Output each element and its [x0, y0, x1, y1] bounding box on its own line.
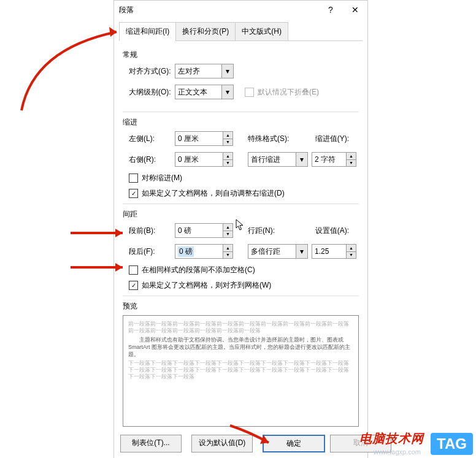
- mirror-indent-label: 对称缩进(M): [142, 173, 182, 183]
- chevron-up-icon[interactable]: ▲: [347, 153, 356, 160]
- before-spinner[interactable]: 0 磅 ▲ ▼: [175, 223, 233, 238]
- dialog-title: 段落: [119, 5, 318, 15]
- linespacing-dropdown[interactable]: 多倍行距 ▾: [248, 244, 308, 259]
- indent-left-label: 左侧(L):: [129, 134, 175, 144]
- titlebar: 段落 ? ✕: [114, 1, 367, 19]
- indent-right-label: 右侧(R):: [129, 155, 175, 165]
- spinner-icon: ▲ ▼: [346, 153, 356, 166]
- chevron-down-icon: ▾: [221, 85, 233, 99]
- after-label: 段后(F):: [129, 246, 175, 257]
- ok-button[interactable]: 确定: [263, 435, 325, 452]
- brand-url: www.tagxp.com: [374, 448, 421, 456]
- dropdown-value: 左对齐: [178, 66, 200, 77]
- button-label: 设为默认值(D): [199, 438, 246, 447]
- indent-right-spinner[interactable]: 0 厘米 ▲ ▼: [175, 152, 233, 167]
- divider: [123, 296, 359, 296]
- indent-left-spinner[interactable]: 0 厘米 ▲ ▼: [175, 131, 233, 146]
- chevron-up-icon[interactable]: ▲: [223, 224, 232, 231]
- preview-body-text: 主题和样式也有助于文档保持协调。当您单击设计并选择新的主题时，图片、图表或 Sm…: [128, 336, 353, 358]
- alignment-dropdown[interactable]: 左对齐 ▾: [175, 64, 234, 78]
- section-indent-heading: 缩进: [123, 117, 359, 128]
- spinner-icon: ▲ ▼: [346, 245, 356, 258]
- spinner-icon: ▲ ▼: [223, 153, 232, 166]
- before-label: 段前(B):: [129, 226, 175, 236]
- indent-by-spinner[interactable]: 2 字符 ▲ ▼: [312, 152, 356, 167]
- section-preview-heading: 预览: [123, 301, 359, 311]
- chevron-up-icon[interactable]: ▲: [347, 245, 356, 252]
- chevron-down-icon[interactable]: ▼: [347, 252, 356, 259]
- close-button[interactable]: ✕: [343, 1, 367, 19]
- collapsed-checkbox: [245, 88, 254, 97]
- chevron-down-icon[interactable]: ▼: [223, 139, 232, 146]
- auto-adjust-checkbox[interactable]: ✓: [129, 189, 138, 198]
- chevron-down-icon[interactable]: ▼: [223, 160, 232, 167]
- brand-watermark: 电脑技术网: [359, 430, 424, 447]
- linespacing-label: 行距(N):: [248, 226, 309, 236]
- spinner-value: 0 厘米: [178, 134, 199, 144]
- collapsed-label: 默认情况下折叠(E): [258, 87, 319, 97]
- spinner-icon: ▲ ▼: [223, 245, 232, 258]
- snap-grid-checkbox[interactable]: ✓: [129, 281, 138, 290]
- set-default-button[interactable]: 设为默认值(D): [191, 435, 253, 452]
- divider: [123, 112, 359, 112]
- chevron-up-icon[interactable]: ▲: [223, 153, 232, 160]
- dialog-body: 常规 对齐方式(G): 左对齐 ▾ 大纲级别(O): 正文文本 ▾ 默认情况下折…: [114, 41, 367, 433]
- button-label: 确定: [286, 439, 301, 448]
- special-label: 特殊格式(S):: [248, 134, 309, 144]
- at-spinner[interactable]: 1.25 ▲ ▼: [312, 244, 356, 259]
- spinner-value: 0 磅: [178, 246, 194, 257]
- button-label: 制表位(T)...: [132, 438, 169, 447]
- preview-before-text: 前一段落前一段落前一段落前一段落前一段落前一段落前一段落前一段落前一段落前一段落…: [128, 321, 353, 334]
- spinner-icon: ▲ ▼: [223, 224, 232, 237]
- tab-indent-spacing[interactable]: 缩进和间距(I): [119, 22, 176, 41]
- dropdown-value: 首行缩进: [251, 155, 280, 165]
- tab-label: 中文版式(H): [242, 27, 282, 36]
- help-button[interactable]: ?: [318, 1, 343, 19]
- dropdown-value: 多倍行距: [251, 246, 280, 257]
- spinner-value: 0 磅: [178, 226, 191, 236]
- outline-dropdown[interactable]: 正文文本 ▾: [175, 85, 234, 99]
- chevron-up-icon[interactable]: ▲: [223, 245, 232, 252]
- chevron-down-icon: ▾: [221, 64, 233, 78]
- after-spinner[interactable]: 0 磅 ▲ ▼: [175, 244, 233, 259]
- at-label: 设置值(A):: [309, 226, 351, 236]
- auto-adjust-label: 如果定义了文档网格，则自动调整右缩进(D): [142, 188, 285, 199]
- snap-grid-label: 如果定义了文档网格，则对齐到网格(W): [142, 280, 271, 291]
- no-extra-space-label: 在相同样式的段落间不添加空格(C): [142, 265, 255, 275]
- button-bar: 制表位(T)... 设为默认值(D) 确定 取消: [120, 435, 361, 452]
- tabstops-button[interactable]: 制表位(T)...: [120, 435, 182, 452]
- outline-label: 大纲级别(O):: [129, 87, 175, 97]
- section-general-heading: 常规: [123, 50, 359, 60]
- paragraph-dialog: 段落 ? ✕ 缩进和间距(I) 换行和分页(P) 中文版式(H) 常规 对齐方式…: [113, 0, 368, 458]
- spinner-value: 2 字符: [315, 155, 336, 165]
- tab-line-page-breaks[interactable]: 换行和分页(P): [175, 22, 236, 41]
- mirror-indent-checkbox[interactable]: [129, 174, 138, 183]
- chevron-down-icon[interactable]: ▼: [223, 231, 232, 238]
- section-spacing-heading: 间距: [123, 209, 359, 219]
- chevron-down-icon: ▾: [296, 245, 307, 258]
- special-dropdown[interactable]: 首行缩进 ▾: [248, 152, 308, 167]
- tab-bar: 缩进和间距(I) 换行和分页(P) 中文版式(H): [119, 21, 363, 41]
- spinner-value: 0 厘米: [178, 155, 199, 165]
- chevron-down-icon: ▾: [296, 153, 307, 166]
- divider: [123, 204, 359, 204]
- spinner-icon: ▲ ▼: [223, 132, 232, 145]
- no-extra-space-checkbox[interactable]: [129, 265, 138, 275]
- tab-label: 换行和分页(P): [182, 27, 229, 36]
- spinner-value: 1.25: [315, 247, 329, 256]
- preview-pane: 前一段落前一段落前一段落前一段落前一段落前一段落前一段落前一段落前一段落前一段落…: [123, 315, 359, 427]
- tab-label: 缩进和间距(I): [126, 27, 169, 36]
- tag-badge: TAG: [431, 433, 473, 455]
- by-label: 缩进值(Y):: [309, 134, 351, 144]
- chevron-up-icon[interactable]: ▲: [223, 132, 232, 139]
- preview-after-text: 下一段落下一段落下一段落下一段落下一段落下一段落下一段落下一段落下一段落下一段落…: [128, 360, 353, 380]
- alignment-label: 对齐方式(G):: [129, 66, 175, 77]
- chevron-down-icon[interactable]: ▼: [347, 160, 356, 167]
- chevron-down-icon[interactable]: ▼: [223, 252, 232, 259]
- tab-asian-typography[interactable]: 中文版式(H): [235, 22, 288, 41]
- dropdown-value: 正文文本: [178, 87, 207, 97]
